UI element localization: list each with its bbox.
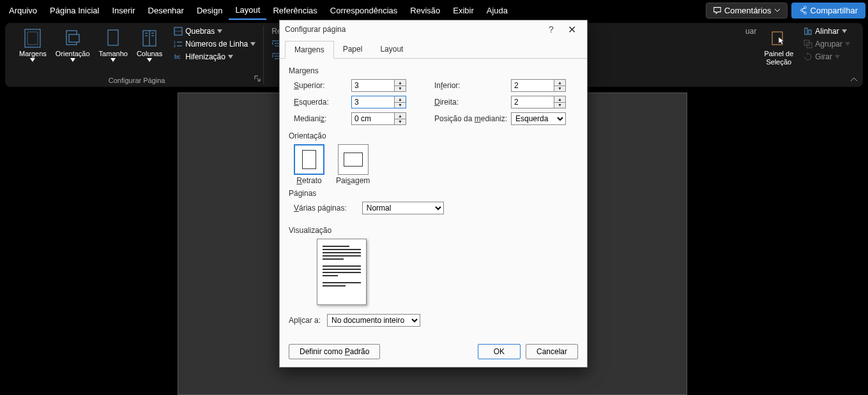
input-medianiz[interactable]: ▲▼ (351, 112, 406, 125)
collapse-ribbon-button[interactable] (850, 77, 858, 82)
label-superior: Superior: (294, 81, 351, 90)
svg-rect-6 (69, 34, 79, 42)
select-aplicar[interactable]: No documento inteiro (327, 314, 420, 327)
page-setup-dialog: Configurar página ? ✕ Margens Papel Layo… (279, 20, 588, 368)
page-setup-launcher[interactable] (254, 75, 261, 82)
chevron-down-icon (147, 58, 152, 62)
tab-margens[interactable]: Margens (285, 41, 334, 59)
spin-down[interactable]: ▼ (395, 119, 406, 125)
spin-down[interactable]: ▼ (554, 86, 565, 92)
input-superior[interactable]: ▲▼ (351, 79, 406, 92)
dialog-titlebar[interactable]: Configurar página ? ✕ (280, 20, 587, 38)
align-icon (803, 27, 812, 36)
chevron-down-icon (217, 29, 222, 33)
menu-ajuda[interactable]: Ajuda (480, 2, 514, 19)
spin-down[interactable]: ▼ (554, 103, 565, 108)
chevron-down-icon (774, 7, 780, 13)
painel-selecao-button[interactable]: Painel deSeleção (760, 26, 797, 68)
breaks-icon (174, 27, 183, 36)
label-inferior: Inferior: (434, 81, 511, 90)
menu-arquivo[interactable]: Arquivo (3, 2, 43, 19)
spin-up[interactable]: ▲ (554, 80, 565, 86)
chevron-down-icon (842, 29, 847, 33)
svg-point-1 (800, 9, 803, 11)
orientation-icon (63, 27, 83, 50)
group-label-page-setup: Configurar Página (109, 75, 165, 84)
menu-revisao[interactable]: Revisão (404, 2, 446, 19)
menu-desenhar[interactable]: Desenhar (142, 2, 190, 19)
dialog-tabs: Margens Papel Layout (280, 41, 587, 59)
tab-papel[interactable]: Papel (334, 41, 372, 58)
selection-pane-icon (768, 27, 789, 50)
chevron-down-icon (228, 55, 233, 59)
menu-pagina-inicial[interactable]: Página Inicial (43, 2, 105, 19)
cancelar-button[interactable]: Cancelar (526, 344, 578, 359)
orientacao-button[interactable]: Orientação (52, 26, 94, 63)
share-icon (799, 6, 808, 15)
spin-up[interactable]: ▲ (395, 80, 406, 86)
label-varias-paginas: Várias páginas: (294, 204, 347, 212)
group-icon (803, 40, 812, 48)
numeros-linha-button[interactable]: 12 Números de Linha (171, 38, 258, 50)
select-posicao-medianiz[interactable]: Esquerda (511, 112, 566, 125)
colunas-button[interactable]: Colunas (133, 26, 166, 63)
menu-correspondencias[interactable]: Correspondências (324, 2, 404, 19)
svg-rect-29 (809, 30, 811, 34)
ok-button[interactable]: OK (478, 344, 521, 359)
svg-text:bc: bc (174, 54, 181, 60)
dialog-help-button[interactable]: ? (541, 24, 561, 34)
definir-padrao-button[interactable]: Definir como Padrão (289, 344, 380, 359)
spin-up[interactable]: ▲ (395, 113, 406, 119)
input-esquerda[interactable]: ▲▼ (351, 96, 406, 108)
rotate-icon (803, 52, 812, 61)
preview-thumbnail (317, 239, 367, 305)
label-medianiz: Medianiz: (294, 114, 351, 123)
svg-rect-4 (27, 32, 38, 45)
margins-icon (22, 27, 43, 50)
svg-rect-28 (805, 28, 807, 34)
chevron-down-icon (30, 58, 35, 62)
share-button[interactable]: Compartilhar (791, 3, 865, 19)
label-aplicar: Aplicar a: (289, 316, 321, 325)
quebras-button[interactable]: Quebras (171, 26, 258, 37)
agrupar-button[interactable]: Agrupar (801, 38, 853, 50)
label-posicao-medianiz: Posição da medianiz: (434, 114, 511, 123)
spin-down[interactable]: ▼ (395, 103, 406, 108)
tab-layout[interactable]: Layout (371, 41, 412, 58)
orientation-landscape[interactable]: Paisagem (336, 144, 370, 185)
input-direita[interactable]: ▲▼ (511, 96, 566, 108)
menu-exibir[interactable]: Exibir (446, 2, 480, 19)
section-orientacao: Orientação (289, 131, 578, 140)
svg-point-0 (803, 6, 806, 9)
spin-up[interactable]: ▲ (395, 96, 406, 103)
label-esquerda: Esquerda: (294, 98, 351, 107)
menubar: Arquivo Página Inicial Inserir Desenhar … (0, 0, 868, 20)
menu-layout[interactable]: Layout (229, 1, 266, 20)
label-direita: Direita: (434, 98, 511, 107)
select-varias-paginas[interactable]: Normal (362, 202, 444, 214)
spin-up[interactable]: ▲ (554, 96, 565, 103)
size-icon (103, 27, 123, 50)
svg-point-2 (803, 12, 806, 15)
input-inferior[interactable]: ▲▼ (511, 79, 566, 92)
hifenizacao-button[interactable]: bc Hifenização (171, 51, 258, 63)
orientation-portrait[interactable]: Retrato (294, 144, 324, 185)
section-paginas: Páginas (289, 189, 578, 198)
svg-rect-7 (108, 30, 118, 45)
comment-icon (713, 6, 722, 15)
menu-design[interactable]: Design (190, 2, 229, 19)
menu-referencias[interactable]: Referências (266, 2, 323, 19)
comments-label: Comentários (724, 6, 772, 15)
spin-down[interactable]: ▼ (395, 86, 406, 92)
girar-button[interactable]: Girar (801, 51, 853, 63)
tamanho-button[interactable]: Tamanho (95, 26, 132, 63)
dialog-close-button[interactable]: ✕ (561, 24, 582, 36)
dialog-title: Configurar página (285, 25, 346, 34)
svg-text:2: 2 (174, 44, 176, 48)
hyphenation-icon: bc (174, 52, 183, 61)
menu-inserir[interactable]: Inserir (105, 2, 141, 19)
chevron-down-icon (845, 42, 850, 46)
alinhar-button[interactable]: Alinhar (801, 26, 853, 37)
comments-button[interactable]: Comentários (706, 3, 788, 19)
margens-button[interactable]: Margens (15, 26, 50, 63)
